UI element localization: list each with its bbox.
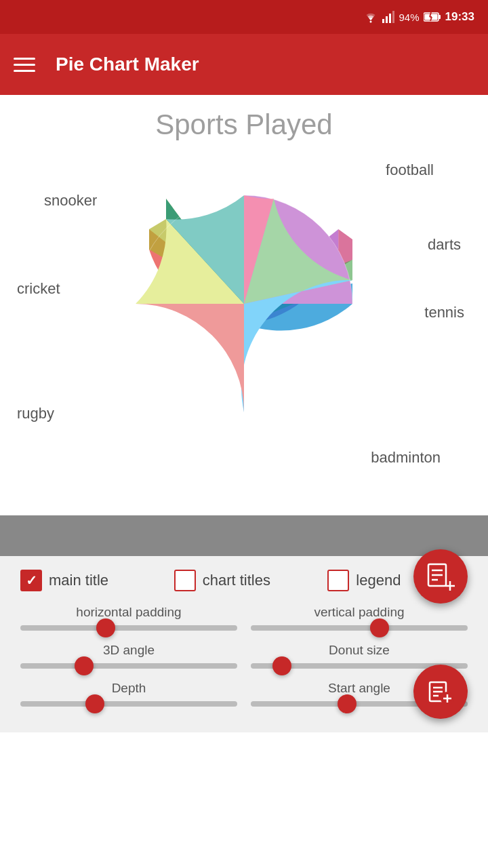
label-tennis: tennis: [424, 304, 464, 321]
vertical-padding-track[interactable]: [251, 625, 468, 631]
label-snooker: snooker: [44, 192, 97, 210]
main-title-label: main title: [49, 572, 108, 589]
3d-angle-label: 3D angle: [103, 643, 155, 658]
depth-track[interactable]: [20, 701, 237, 707]
start-angle-thumb[interactable]: [338, 694, 357, 713]
horizontal-padding-label: horizontal padding: [76, 605, 181, 620]
wifi-icon: [363, 11, 378, 23]
add-entry-icon: [427, 678, 454, 705]
battery-text: 94%: [399, 12, 419, 23]
pie-container: football darts tennis badminton rugby cr…: [14, 148, 474, 500]
status-bar: 94% 19:33: [0, 0, 488, 34]
gray-separator: [0, 515, 488, 556]
chart-titles-checkbox-item: chart titles: [174, 570, 314, 591]
horizontal-padding-track[interactable]: [20, 625, 237, 631]
svg-rect-4: [392, 11, 394, 23]
donut-size-label: Donut size: [329, 643, 390, 658]
chart-titles-label: chart titles: [203, 572, 270, 589]
depth-label: Depth: [112, 681, 146, 696]
add-entry-button[interactable]: [413, 665, 468, 719]
add-entry-fab[interactable]: [413, 549, 468, 604]
svg-rect-3: [389, 14, 391, 23]
3d-angle-track[interactable]: [20, 663, 237, 669]
chart-titles-checkbox[interactable]: [174, 570, 196, 591]
main-title-checkbox-item: main title: [20, 570, 161, 591]
pie-chart[interactable]: [102, 155, 386, 460]
chart-area: Sports Played: [0, 95, 488, 515]
legend-checkbox[interactable]: [327, 570, 349, 591]
svg-rect-2: [386, 16, 388, 23]
main-title-checkbox[interactable]: [20, 570, 42, 591]
start-angle-label: Start angle: [328, 681, 390, 696]
label-darts: darts: [428, 236, 461, 254]
toolbar: Pie Chart Maker: [0, 34, 488, 95]
signal-icon: [382, 11, 394, 23]
depth-group: Depth: [20, 681, 237, 707]
checkbox-row: main title chart titles legend: [20, 570, 468, 591]
label-rugby: rugby: [17, 405, 54, 422]
label-football: football: [386, 161, 434, 179]
3d-angle-thumb[interactable]: [75, 656, 94, 675]
donut-size-thumb[interactable]: [272, 656, 291, 675]
legend-label: legend: [356, 572, 401, 589]
hamburger-menu[interactable]: [14, 58, 35, 72]
svg-point-0: [370, 21, 372, 23]
horizontal-padding-group: horizontal padding: [20, 605, 237, 631]
time-display: 19:33: [445, 10, 474, 24]
chart-title: Sports Played: [155, 108, 332, 141]
depth-thumb[interactable]: [85, 694, 104, 713]
slider-row-3: Depth Start angle: [20, 681, 468, 707]
fab-icon: [426, 561, 455, 591]
battery-icon: [424, 12, 441, 22]
vertical-padding-label: vertical padding: [314, 605, 404, 620]
status-icons: 94% 19:33: [363, 10, 474, 24]
3d-angle-group: 3D angle: [20, 643, 237, 669]
slider-row-2: 3D angle Donut size: [20, 643, 468, 669]
slider-row-1: horizontal padding vertical padding: [20, 605, 468, 631]
vertical-padding-thumb[interactable]: [370, 618, 389, 637]
svg-rect-1: [382, 19, 384, 23]
label-badminton: badminton: [371, 449, 441, 467]
vertical-padding-group: vertical padding: [251, 605, 468, 631]
horizontal-padding-thumb[interactable]: [96, 618, 115, 637]
label-cricket: cricket: [17, 280, 60, 298]
toolbar-title: Pie Chart Maker: [56, 54, 199, 75]
svg-rect-6: [439, 15, 441, 19]
